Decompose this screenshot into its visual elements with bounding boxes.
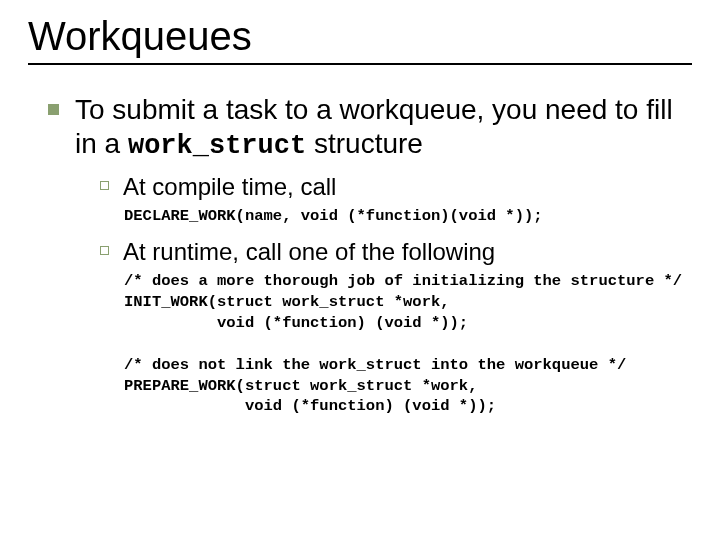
code-block-init-prepare-work: /* does a more thorough job of initializ… [124,271,692,417]
bullet-level2-runtime: At runtime, call one of the following [100,237,692,267]
title-rule [28,63,692,65]
slide-title: Workqueues [28,14,692,59]
code-block-declare-work: DECLARE_WORK(name, void (*function)(void… [124,206,692,227]
slide: Workqueues To submit a task to a workque… [0,0,720,540]
level1-text: To submit a task to a workqueue, you nee… [75,93,692,162]
level1-code-inline: work_struct [128,131,306,161]
bullet-level2-compile: At compile time, call [100,172,692,202]
level2-runtime-label: At runtime, call one of the following [123,237,495,267]
level2-compile-label: At compile time, call [123,172,336,202]
bullet-level1: To submit a task to a workqueue, you nee… [48,93,692,162]
square-bullet-icon [48,104,59,115]
open-square-bullet-icon [100,246,109,255]
level1-text-post: structure [306,128,423,159]
open-square-bullet-icon [100,181,109,190]
